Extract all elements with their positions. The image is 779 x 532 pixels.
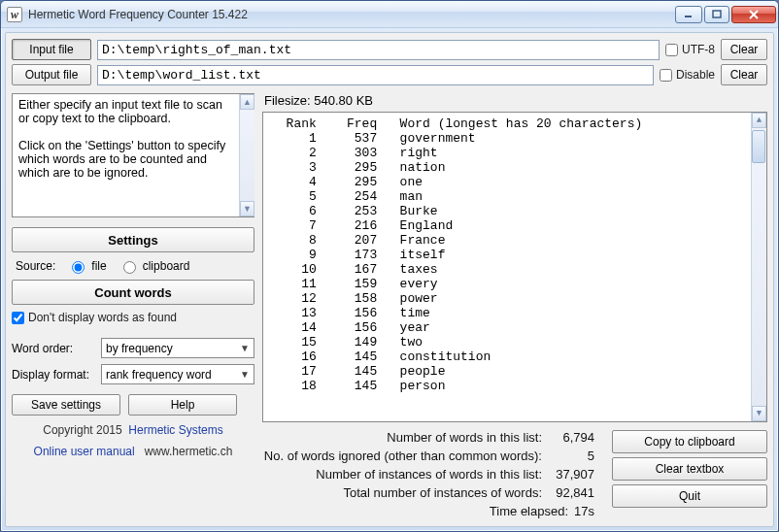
source-clipboard-radio[interactable]: clipboard (119, 258, 190, 274)
scroll-up-icon[interactable]: ▲ (752, 113, 766, 128)
stats-panel: Number of words in this list:6,794 No. o… (262, 430, 602, 518)
close-button[interactable] (731, 6, 776, 23)
settings-button[interactable]: Settings (12, 227, 254, 252)
titlebar[interactable]: w Hermetic Word Frequency Counter 15.422 (1, 1, 778, 28)
online-manual-link[interactable]: Online user manual (34, 445, 135, 458)
chevron-down-icon: ▼ (240, 369, 250, 380)
disable-checkbox[interactable]: Disable (660, 68, 715, 82)
chevron-down-icon: ▼ (240, 343, 250, 353)
elapsed-value: 17s (574, 504, 594, 518)
app-window: w Hermetic Word Frequency Counter 15.422… (0, 0, 779, 532)
window-title: Hermetic Word Frequency Counter 15.422 (28, 8, 675, 21)
maximize-button[interactable] (704, 6, 729, 23)
source-label: Source: (16, 259, 55, 273)
save-settings-button[interactable]: Save settings (12, 394, 120, 416)
instances-list-value: 37,907 (548, 467, 594, 482)
scroll-down-icon[interactable]: ▼ (752, 406, 766, 421)
app-icon: w (7, 7, 22, 22)
help-textbox[interactable]: Either specify an input text file to sca… (12, 93, 254, 217)
help-scrollbar[interactable]: ▲ ▼ (239, 94, 254, 216)
svg-rect-1 (713, 11, 721, 17)
output-file-button[interactable]: Output file (12, 64, 91, 85)
client-area: Input file UTF-8 Clear Output file Disab… (5, 32, 774, 527)
display-format-label: Display format: (12, 368, 95, 382)
copy-to-clipboard-button[interactable]: Copy to clipboard (612, 430, 767, 453)
word-order-label: Word order: (12, 342, 95, 355)
word-order-select[interactable]: by frequency ▼ (101, 338, 254, 358)
results-scrollbar[interactable]: ▲ ▼ (751, 113, 766, 421)
clear-input-button[interactable]: Clear (721, 39, 767, 60)
display-format-select[interactable]: rank frequency word ▼ (101, 364, 254, 384)
scroll-thumb[interactable] (752, 130, 765, 163)
filesize-value: 540.80 KB (314, 93, 373, 108)
input-file-button[interactable]: Input file (12, 39, 91, 60)
clear-output-button[interactable]: Clear (721, 64, 767, 85)
count-words-button[interactable]: Count words (12, 280, 254, 305)
scroll-up-icon[interactable]: ▲ (240, 94, 254, 110)
results-textbox[interactable]: Rank Freq Word (longest has 20 character… (262, 112, 767, 422)
utf8-checkbox[interactable]: UTF-8 (665, 43, 715, 56)
dont-display-checkbox[interactable]: Don't display words as found (12, 309, 254, 326)
clear-textbox-button[interactable]: Clear textbox (612, 457, 767, 481)
right-panel: Filesize: 540.80 KB Rank Freq Word (long… (262, 93, 767, 518)
left-panel: Either specify an input text file to sca… (12, 93, 254, 518)
quit-button[interactable]: Quit (612, 484, 767, 508)
num-words-value: 6,794 (548, 430, 594, 445)
source-file-radio[interactable]: file (67, 258, 106, 274)
filesize-label: Filesize: (264, 93, 311, 108)
help-button[interactable]: Help (128, 394, 237, 416)
ignored-value: 5 (548, 449, 594, 463)
total-instances-value: 92,841 (548, 485, 594, 500)
minimize-button[interactable] (675, 6, 702, 23)
output-file-path[interactable] (97, 65, 654, 85)
hermetic-systems-link[interactable]: Hermetic Systems (128, 423, 222, 437)
scroll-down-icon[interactable]: ▼ (240, 201, 254, 216)
input-file-path[interactable] (97, 40, 660, 60)
